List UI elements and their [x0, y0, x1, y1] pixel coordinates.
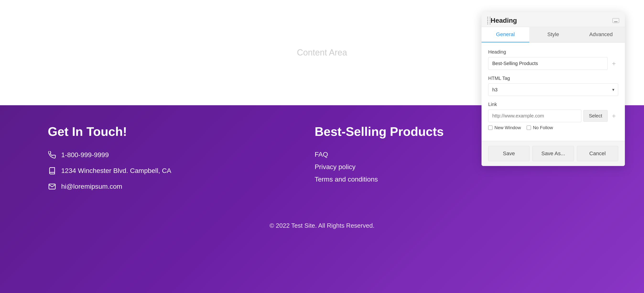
save-as-button[interactable]: Save As...	[532, 146, 574, 161]
contact-phone: 1-800-999-9999	[48, 151, 171, 159]
list-item: FAQ	[315, 151, 444, 158]
map-icon	[48, 166, 56, 175]
link-add-button[interactable]: +	[610, 112, 618, 120]
panel-minimize-button[interactable]	[612, 18, 619, 23]
contact-email: hi@loremipsum.com	[48, 182, 171, 191]
panel-title-area: Heading	[490, 17, 612, 25]
html-tag-field-group: HTML Tag h1 h2 h3 h4 h5 h6 p div	[488, 76, 618, 96]
new-window-checkbox-label[interactable]: New Window	[488, 125, 521, 130]
heading-field-label: Heading	[488, 49, 618, 55]
privacy-link[interactable]: Privacy policy	[315, 163, 356, 171]
email-text: hi@loremipsum.com	[61, 183, 122, 190]
tab-style[interactable]: Style	[529, 27, 577, 42]
address-text: 1234 Winchester Blvd. Campbell, CA	[61, 167, 171, 175]
mail-icon	[48, 182, 56, 191]
link-input[interactable]	[488, 110, 582, 122]
drag-handle[interactable]	[487, 17, 490, 25]
no-follow-checkbox-label[interactable]: No Follow	[527, 125, 553, 130]
phone-number: 1-800-999-9999	[61, 151, 109, 159]
footer-left: Get In Touch! 1-800-999-9999	[48, 124, 171, 198]
page-wrapper: Content Area Get In Touch! 1-800-999-999…	[0, 0, 644, 293]
html-tag-select-wrapper: h1 h2 h3 h4 h5 h6 p div	[488, 84, 618, 96]
no-follow-label: No Follow	[533, 125, 553, 130]
no-follow-checkbox[interactable]	[527, 126, 531, 130]
footer-get-in-touch-heading: Get In Touch!	[48, 124, 171, 139]
footer-links: FAQ Privacy policy Terms and conditions	[315, 151, 444, 183]
tab-general[interactable]: General	[482, 27, 529, 42]
panel-body: Heading + HTML Tag h1 h2 h3 h4 h5 h6	[482, 43, 625, 141]
save-button[interactable]: Save	[488, 146, 530, 161]
heading-input-row: +	[488, 57, 618, 70]
footer-products-heading: Best-Selling Products	[315, 124, 444, 139]
list-item: Terms and conditions	[315, 176, 444, 183]
panel-header: Heading	[482, 12, 625, 27]
link-field-label: Link	[488, 102, 618, 107]
html-tag-select[interactable]: h1 h2 h3 h4 h5 h6 p div	[488, 84, 618, 96]
list-item: Privacy policy	[315, 163, 444, 171]
heading-panel: Heading General Style Advanced Heading +…	[482, 12, 625, 166]
footer-right: Best-Selling Products FAQ Privacy policy…	[315, 124, 444, 198]
heading-input[interactable]	[488, 57, 608, 70]
panel-actions: Save Save As... Cancel	[482, 141, 625, 166]
html-tag-field-label: HTML Tag	[488, 76, 618, 81]
new-window-label: New Window	[494, 125, 521, 130]
contact-address: 1234 Winchester Blvd. Campbell, CA	[48, 166, 171, 175]
tab-advanced[interactable]: Advanced	[577, 27, 625, 42]
link-field-group: Link Select + New Window No Follow	[488, 102, 618, 130]
faq-link[interactable]: FAQ	[315, 151, 328, 158]
new-window-checkbox[interactable]	[488, 126, 492, 130]
phone-icon	[48, 151, 56, 159]
cancel-button[interactable]: Cancel	[577, 146, 618, 161]
panel-title: Heading	[490, 17, 517, 25]
link-input-row: Select +	[488, 110, 618, 122]
terms-link[interactable]: Terms and conditions	[315, 176, 378, 183]
link-options-row: New Window No Follow	[488, 125, 618, 130]
footer-copyright: © 2022 Test Site. All Rights Reserved.	[48, 222, 596, 229]
panel-tabs: General Style Advanced	[482, 27, 625, 43]
heading-add-button[interactable]: +	[610, 59, 618, 68]
content-area-label: Content Area	[297, 48, 347, 58]
heading-field-group: Heading +	[488, 49, 618, 70]
link-select-button[interactable]: Select	[583, 110, 608, 122]
